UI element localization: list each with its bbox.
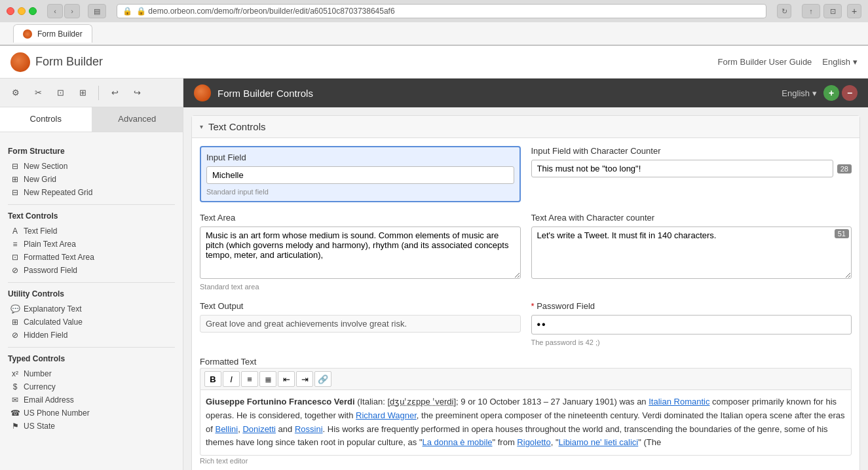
sidebar-item-text-field[interactable]: A Text Field <box>8 225 175 238</box>
rich-ul-button[interactable]: ≡ <box>241 371 258 387</box>
password-cell: Password Field The password is 42 ;) <box>531 301 852 346</box>
section-toggle[interactable]: ▾ <box>200 123 203 130</box>
sidebar-item-new-grid[interactable]: ⊞ New Grid <box>8 173 175 186</box>
sidebar-item-new-section-label: New Section <box>24 162 67 171</box>
address-bar[interactable]: 🔒 🔒 demo.orbeon.com/demo/fr/orbeon/build… <box>117 4 766 18</box>
plain-text-icon: ≡ <box>10 240 20 249</box>
header-language-selector[interactable]: English ▾ <box>782 88 817 98</box>
forward-button[interactable]: › <box>64 4 80 18</box>
app-title: Form Builder <box>35 55 103 69</box>
section-body: Input Field Standard input field Input F… <box>192 138 859 470</box>
toolbar-divider <box>98 86 99 100</box>
reload-button[interactable]: ↻ <box>777 4 791 18</box>
browser-chrome: ‹ › ▤ 🔒 🔒 demo.orbeon.com/demo/fr/orbeon… <box>0 0 868 46</box>
browser-actions: ↑ ⊡ <box>802 4 842 18</box>
text-field-icon: A <box>10 226 20 236</box>
close-button[interactable] <box>7 7 14 15</box>
grid-icon: ⊞ <box>10 175 20 184</box>
sidebar-item-plain-text-area-label: Plain Text Area <box>24 240 76 249</box>
textarea-counter-wrapper: Let's write a Tweet. It must fit in 140 … <box>531 226 852 281</box>
sidebar-item-new-repeated-grid[interactable]: ⊟ New Repeated Grid <box>8 186 175 199</box>
rich-italic-button[interactable]: I <box>223 371 240 387</box>
toolbar-paste-button[interactable]: ⊞ <box>73 84 92 102</box>
sidebar-item-formatted-text-area[interactable]: ⊡ Formatted Text Area <box>8 251 175 264</box>
sidebar-item-us-phone[interactable]: ☎ US Phone Number <box>8 407 175 420</box>
tab-controls[interactable]: Controls <box>0 107 92 132</box>
sidebar-item-calculated-value[interactable]: ⊞ Calculated Value <box>8 316 175 329</box>
utility-controls-title: Utility Controls <box>8 289 175 298</box>
rich-text-toolbar: B I ≡ ≣ ⇤ ⇥ 🔗 <box>200 368 852 389</box>
sidebar-item-plain-text-area[interactable]: ≡ Plain Text Area <box>8 238 175 251</box>
input-counter-input[interactable] <box>531 160 833 177</box>
maximize-button[interactable] <box>29 7 37 15</box>
nav-lang-arrow: ▾ <box>853 57 858 67</box>
sidebar-item-text-field-label: Text Field <box>24 226 57 236</box>
nav-buttons: ‹ › <box>47 4 80 18</box>
active-tab[interactable]: Form Builder <box>13 24 92 43</box>
second-toolbar: ⚙ ✂ ⊡ ⊞ ↩ ↪ <box>0 79 183 107</box>
new-tab-button[interactable]: + <box>847 4 861 18</box>
sidebar-item-explanatory-text[interactable]: 💬 Explanatory Text <box>8 302 175 316</box>
rich-bold-button[interactable]: B <box>204 371 221 387</box>
password-label: Password Field <box>531 301 852 311</box>
toolbar-copy-button[interactable]: ⊡ <box>51 84 69 102</box>
textarea-cell: Text Area Music is an art form whose med… <box>200 213 521 291</box>
sidebar-toggle-button[interactable]: ▤ <box>88 4 106 18</box>
sidebar-item-new-repeated-grid-label: New Repeated Grid <box>24 188 92 197</box>
rich-link-button[interactable]: 🔗 <box>314 371 331 387</box>
tab-advanced[interactable]: Advanced <box>92 107 183 132</box>
app-nav: Form Builder Form Builder User Guide Eng… <box>0 46 868 79</box>
sidebar-item-currency[interactable]: $ Currency <box>8 380 175 393</box>
text-controls-section: ▾ Text Controls Input Field Standard inp… <box>191 115 860 470</box>
sidebar-tabs: Controls Advanced <box>0 107 183 132</box>
rich-indent-left-button[interactable]: ⇤ <box>278 371 295 387</box>
textarea-input[interactable]: Music is an art form whose medium is sou… <box>200 226 521 279</box>
tab-favicon <box>23 29 32 39</box>
nav-language-selector[interactable]: English ▾ <box>822 57 858 67</box>
input-field-input[interactable] <box>206 166 514 184</box>
sidebar-divider-2 <box>8 282 175 283</box>
header-actions: + − <box>823 85 858 101</box>
rich-indent-right-button[interactable]: ⇥ <box>296 371 313 387</box>
sidebar-item-us-state[interactable]: ⚑ US State <box>8 420 175 433</box>
sidebar-item-number[interactable]: x² Number <box>8 367 175 380</box>
form-area: Form Builder Controls English ▾ + − ▾ Te… <box>183 79 868 470</box>
sidebar-item-us-phone-label: US Phone Number <box>24 408 90 418</box>
sidebar-item-hidden-field[interactable]: ⊘ Hidden Field <box>8 329 175 342</box>
number-icon: x² <box>10 369 20 378</box>
sidebar-item-formatted-text-area-label: Formatted Text Area <box>24 253 94 262</box>
email-icon: ✉ <box>10 395 20 405</box>
toolbar-cut-button[interactable]: ✂ <box>29 84 47 102</box>
orbeon-logo <box>194 84 211 101</box>
textarea-counter-label: Text Area with Character counter <box>531 213 852 223</box>
sidebar-item-calculated-value-label: Calculated Value <box>24 317 83 327</box>
textarea-char-counter: 51 <box>835 229 849 238</box>
back-button[interactable]: ‹ <box>47 4 63 18</box>
sidebar-item-email-address[interactable]: ✉ Email Address <box>8 393 175 407</box>
input-field-cell[interactable]: Input Field Standard input field <box>200 146 521 202</box>
app-logo: Form Builder <box>10 52 718 72</box>
minimize-button[interactable] <box>18 7 26 15</box>
new-window-button[interactable]: ⊡ <box>823 4 842 18</box>
rich-text-content[interactable]: Giuseppe Fortunino Francesco Verdi (Ital… <box>200 389 852 456</box>
sidebar-item-password-field[interactable]: ⊘ Password Field <box>8 264 175 277</box>
nav-lang-label: English <box>822 57 850 67</box>
password-input[interactable] <box>531 315 852 334</box>
toolbar-settings-button[interactable]: ⚙ <box>7 84 25 102</box>
input-field-hint: Standard input field <box>206 188 514 196</box>
main-content: ⚙ ✂ ⊡ ⊞ ↩ ↪ Controls Advanced Form Struc… <box>0 79 868 470</box>
share-button[interactable]: ↑ <box>802 4 820 18</box>
toolbar-undo-button[interactable]: ↩ <box>105 84 124 102</box>
section-icon: ⊟ <box>10 162 20 171</box>
user-guide-link[interactable]: Form Builder User Guide <box>718 57 812 67</box>
rich-ol-button[interactable]: ≣ <box>259 371 276 387</box>
toolbar-redo-button[interactable]: ↪ <box>128 84 146 102</box>
remove-language-button[interactable]: − <box>842 85 858 101</box>
state-icon: ⚑ <box>10 422 20 431</box>
formatted-text-label: Formatted Text <box>200 357 852 367</box>
add-language-button[interactable]: + <box>823 85 839 101</box>
sidebar: ⚙ ✂ ⊡ ⊞ ↩ ↪ Controls Advanced Form Struc… <box>0 79 183 470</box>
sidebar-item-new-section[interactable]: ⊟ New Section <box>8 160 175 173</box>
sidebar-item-password-field-label: Password Field <box>24 266 77 275</box>
textarea-counter-input[interactable]: Let's write a Tweet. It must fit in 140 … <box>531 226 852 279</box>
